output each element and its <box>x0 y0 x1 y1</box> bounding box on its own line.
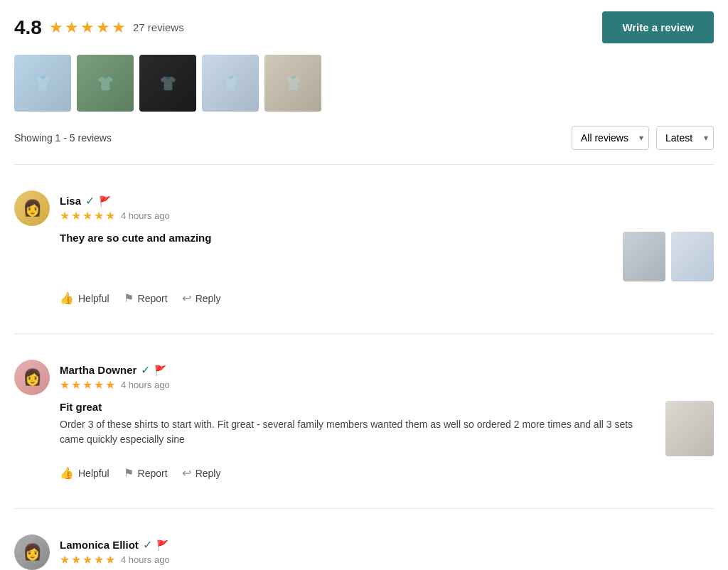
reply-icon: ↩ <box>182 291 191 305</box>
review-lamonica-header: 👩 Lamonica Elliot ✓ 🚩 ★ ★ ★ ★ ★ 4 hours … <box>14 534 714 570</box>
review-images-lisa <box>623 232 714 281</box>
reply-button-lisa[interactable]: ↩ Reply <box>182 289 221 308</box>
review-count: 27 reviews <box>133 21 184 33</box>
showing-text: Showing 1 - 5 reviews <box>14 132 112 144</box>
thumbs-up-icon-martha: 👍 <box>60 466 74 480</box>
helpful-button-martha[interactable]: 👍 Helpful <box>60 463 109 483</box>
all-reviews-select[interactable]: All reviews <box>572 126 649 150</box>
filter-controls: All reviews Latest <box>572 126 714 150</box>
product-thumb-3[interactable]: 👕 <box>139 55 196 112</box>
reviewer-info-martha: Martha Downer ✓ 🚩 ★ ★ ★ ★ ★ 4 hours ago <box>60 363 170 392</box>
review-martha: 👩 Martha Downer ✓ 🚩 ★ ★ ★ ★ ★ 4 hours ag… <box>14 345 714 497</box>
reviewer-name-martha: Martha Downer <box>60 364 136 376</box>
review-stars-lisa: ★ ★ ★ ★ ★ 4 hours ago <box>60 209 170 222</box>
reply-button-martha[interactable]: ↩ Reply <box>182 463 221 483</box>
action-row-martha: 👍 Helpful ⚑ Report ↩ Reply <box>60 463 714 483</box>
review-body-martha: Fit great Order 3 of these shirts to sta… <box>60 401 714 483</box>
reviews-header: 4.8 ★ ★ ★ ★ ★ 27 reviews Write a review <box>14 11 714 43</box>
star-5: ★ <box>112 18 126 37</box>
review-time-martha: 4 hours ago <box>121 380 170 390</box>
product-thumb-4[interactable]: 👕 <box>202 55 259 112</box>
avatar-lamonica: 👩 <box>14 534 50 570</box>
overall-stars: ★ ★ ★ ★ ★ <box>49 18 126 37</box>
review-lamonica: 👩 Lamonica Elliot ✓ 🚩 ★ ★ ★ ★ ★ 4 hours … <box>14 520 714 570</box>
review-stars-martha: ★ ★ ★ ★ ★ 4 hours ago <box>60 378 170 392</box>
avatar-lisa: 👩 <box>14 190 50 226</box>
review-martha-header: 👩 Martha Downer ✓ 🚩 ★ ★ ★ ★ ★ 4 hours ag… <box>14 360 714 395</box>
avatar-face-lamonica: 👩 <box>23 543 42 561</box>
flag-report-icon-martha: ⚑ <box>124 466 134 480</box>
reviewer-name-row-lisa: Lisa ✓ 🚩 <box>60 194 170 208</box>
review-content-row-martha: Fit great Order 3 of these shirts to sta… <box>60 401 714 456</box>
verified-icon-martha: ✓ <box>141 363 150 377</box>
star-1: ★ <box>49 18 63 37</box>
star-4: ★ <box>96 18 110 37</box>
review-title-lisa: They are so cute and amazing <box>60 232 611 244</box>
helpful-label: Helpful <box>78 293 109 304</box>
reply-label: Reply <box>196 293 221 304</box>
review-time-lamonica: 4 hours ago <box>121 554 170 565</box>
reply-icon-martha: ↩ <box>182 466 191 480</box>
verified-icon-lisa: ✓ <box>85 194 95 208</box>
review-text-martha: Order 3 of these shirts to start with. F… <box>60 417 654 447</box>
helpful-button-lisa[interactable]: 👍 Helpful <box>60 289 109 308</box>
review-stars-lamonica: ★ ★ ★ ★ ★ 4 hours ago <box>60 553 170 566</box>
latest-select[interactable]: Latest <box>656 126 714 150</box>
reviewer-info-lamonica: Lamonica Elliot ✓ 🚩 ★ ★ ★ ★ ★ 4 hours ag… <box>60 538 170 566</box>
report-button-martha[interactable]: ⚑ Report <box>124 463 168 483</box>
review-body-lisa: They are so cute and amazing 👍 Helpful ⚑… <box>60 232 714 308</box>
top-divider <box>14 164 714 165</box>
verified-icon-lamonica: ✓ <box>143 538 152 552</box>
reviewer-info-lisa: Lisa ✓ 🚩 ★ ★ ★ ★ ★ 4 hours ago <box>60 194 170 222</box>
reviewer-name-row-lamonica: Lamonica Elliot ✓ 🚩 <box>60 538 170 552</box>
report-button-lisa[interactable]: ⚑ Report <box>124 289 168 308</box>
report-label-martha: Report <box>138 468 168 479</box>
review-text-col-lisa: They are so cute and amazing <box>60 232 611 248</box>
divider-2 <box>14 508 714 509</box>
product-thumb-2[interactable]: 👕 <box>77 55 134 112</box>
product-thumb-5[interactable]: 👕 <box>264 55 321 112</box>
reply-label-martha: Reply <box>196 468 221 479</box>
flag-icon-lisa: 🚩 <box>99 195 111 207</box>
reviewer-name-lisa: Lisa <box>60 195 81 207</box>
reviewer-name-lamonica: Lamonica Elliot <box>60 539 139 551</box>
avatar-martha: 👩 <box>14 360 50 395</box>
review-content-row-lisa: They are so cute and amazing <box>60 232 714 281</box>
action-row-lisa: 👍 Helpful ⚑ Report ↩ Reply <box>60 289 714 308</box>
review-title-martha: Fit great <box>60 401 654 413</box>
review-text-col-martha: Fit great Order 3 of these shirts to sta… <box>60 401 654 456</box>
review-image-1-martha[interactable] <box>665 401 714 456</box>
report-label: Report <box>138 293 168 304</box>
product-thumbnails: 👕 👕 👕 👕 👕 <box>14 55 714 112</box>
review-images-martha <box>665 401 714 456</box>
write-review-button[interactable]: Write a review <box>602 11 714 43</box>
review-image-2-lisa[interactable] <box>671 232 714 281</box>
rating-summary: 4.8 ★ ★ ★ ★ ★ 27 reviews <box>14 16 184 39</box>
star-2: ★ <box>65 18 79 37</box>
flag-icon-lamonica: 🚩 <box>156 539 168 551</box>
reviewer-name-row-martha: Martha Downer ✓ 🚩 <box>60 363 170 377</box>
review-lisa-header: 👩 Lisa ✓ 🚩 ★ ★ ★ ★ ★ 4 hours ago <box>14 190 714 226</box>
flag-report-icon: ⚑ <box>124 291 134 305</box>
filter-row: Showing 1 - 5 reviews All reviews Latest <box>14 126 714 150</box>
avatar-face: 👩 <box>23 199 42 217</box>
review-time-lisa: 4 hours ago <box>121 210 170 221</box>
flag-icon-martha: 🚩 <box>154 365 166 376</box>
review-lisa: 👩 Lisa ✓ 🚩 ★ ★ ★ ★ ★ 4 hours ago <box>14 176 714 322</box>
divider-1 <box>14 333 714 334</box>
all-reviews-wrapper: All reviews <box>572 126 649 150</box>
rating-number: 4.8 <box>14 16 42 39</box>
avatar-face-martha: 👩 <box>23 368 42 387</box>
star-3: ★ <box>80 18 95 37</box>
latest-wrapper: Latest <box>656 126 714 150</box>
product-thumb-1[interactable]: 👕 <box>14 55 71 112</box>
helpful-label-martha: Helpful <box>78 468 109 479</box>
review-image-1-lisa[interactable] <box>623 232 665 281</box>
thumbs-up-icon: 👍 <box>60 291 74 305</box>
